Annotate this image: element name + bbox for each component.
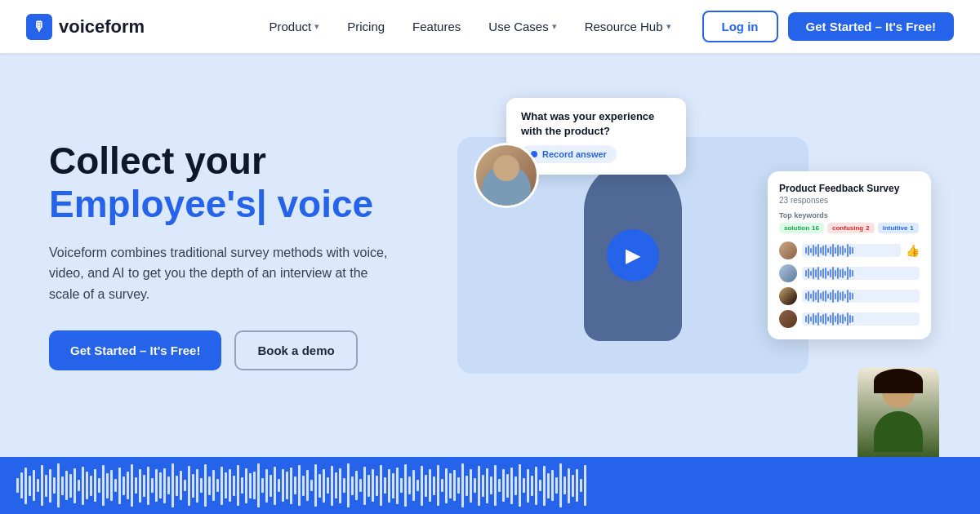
woman-head (882, 375, 915, 408)
question-text: What was your experience with the produc… (521, 109, 671, 139)
nav-links: Product ▾ Pricing Features Use Cases ▾ R… (258, 13, 683, 40)
avatar-2 (779, 264, 797, 282)
feedback-responses: 23 responses (779, 196, 920, 205)
nav-actions: Log in Get Started – It's Free! (702, 11, 954, 42)
hero-section: Collect your Employee's| voice Voiceform… (0, 53, 980, 457)
hero-right: ▶ What was your experience with the prod… (441, 53, 931, 457)
waveform-2[interactable] (802, 267, 920, 280)
feedback-panel: Product Feedback Survey 23 responses Top… (768, 171, 931, 339)
hero-demo-button[interactable]: Book a demo (234, 330, 357, 370)
chevron-down-icon: ▾ (666, 21, 671, 32)
keyword-tag-intuitive: intuitive 1 (878, 223, 919, 233)
hero-title-highlight: Employee's| voice (49, 183, 373, 225)
hero-cta-button[interactable]: Get Started – It's Free! (49, 330, 221, 370)
nav-item-resource-hub[interactable]: Resource Hub ▾ (573, 13, 683, 40)
keyword-tag-confusing: confusing 2 (827, 223, 875, 233)
person-head (493, 155, 519, 181)
woman-hair (874, 369, 923, 393)
person-thumbnail (474, 143, 539, 208)
response-row-2 (779, 264, 920, 282)
hero-buttons: Get Started – It's Free! Book a demo (49, 330, 441, 370)
keywords-label: Top keywords (779, 211, 920, 219)
login-button[interactable]: Log in (702, 11, 778, 42)
hero-title: Collect your Employee's| voice (49, 140, 441, 226)
logo-text: voiceform (59, 16, 145, 38)
keywords-row: solution 16 confusing 2 intuitive 1 (779, 223, 920, 233)
avatar-3 (779, 287, 797, 305)
chevron-down-icon: ▾ (552, 21, 557, 32)
hero-subtitle: Voiceform combines traditional survey me… (49, 242, 400, 305)
play-button[interactable]: ▶ (607, 229, 659, 281)
avatar-1 (779, 241, 797, 259)
logo[interactable]: 🎙 voiceform (26, 14, 145, 40)
navbar: 🎙 voiceform Product ▾ Pricing Features U… (0, 0, 980, 53)
woman-photo (858, 367, 939, 457)
waveform-bar (0, 457, 980, 514)
nav-item-pricing[interactable]: Pricing (336, 13, 396, 40)
response-row-3 (779, 287, 920, 305)
waveform-1[interactable] (802, 244, 901, 257)
keyword-tag-solution: solution 16 (779, 223, 824, 233)
hero-left: Collect your Employee's| voice Voiceform… (49, 140, 441, 371)
nav-item-product[interactable]: Product ▾ (258, 13, 332, 40)
chevron-down-icon: ▾ (314, 21, 319, 32)
record-label: Record answer (542, 149, 607, 159)
waveform-4[interactable] (802, 312, 920, 326)
response-rows: 👍 (779, 241, 920, 328)
nav-item-use-cases[interactable]: Use Cases ▾ (477, 13, 568, 40)
feedback-title: Product Feedback Survey (779, 183, 920, 194)
nav-item-features[interactable]: Features (401, 13, 472, 40)
logo-icon: 🎙 (26, 14, 52, 40)
woman-body (874, 411, 923, 452)
avatar-4 (779, 310, 797, 328)
response-row-1: 👍 (779, 241, 920, 259)
response-row-4 (779, 310, 920, 328)
nav-cta-button[interactable]: Get Started – It's Free! (788, 12, 954, 41)
waveform-3[interactable] (802, 290, 920, 303)
thumbs-up-icon: 👍 (906, 244, 920, 257)
